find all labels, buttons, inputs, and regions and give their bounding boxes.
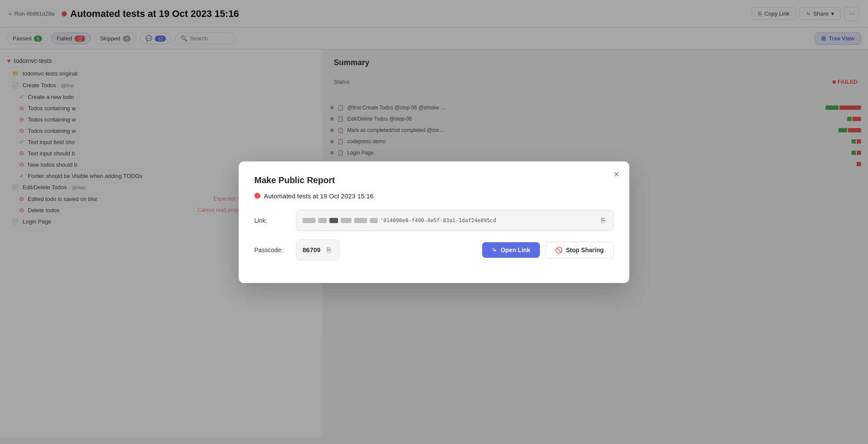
link-visual: '814098e8-f490-4e5f-83a1-1daf24e895cd <box>302 217 596 224</box>
modal-actions: ⤷ Open Link 🚫 Stop Sharing <box>482 242 614 258</box>
report-status-dot <box>254 193 260 199</box>
modal-overlay[interactable]: ✕ Make Public Report Automated tests at … <box>0 0 868 437</box>
stop-sharing-button[interactable]: 🚫 Stop Sharing <box>545 242 614 258</box>
link-row: Link: '814098e8-f490-4e5f-83a1-1daf24e89… <box>254 210 614 231</box>
stop-icon: 🚫 <box>555 247 562 253</box>
share-icon: ⤷ <box>492 247 497 253</box>
link-suffix: '814098e8-f490-4e5f-83a1-1daf24e895cd <box>380 217 496 224</box>
passcode-box: 86709 ⎘ <box>296 240 339 260</box>
copy-link-icon-button[interactable]: ⎘ <box>599 215 607 226</box>
passcode-value: 86709 <box>302 246 321 253</box>
modal-title: Make Public Report <box>254 175 614 185</box>
link-box: '814098e8-f490-4e5f-83a1-1daf24e895cd ⎘ <box>296 210 614 231</box>
modal-close-button[interactable]: ✕ <box>610 168 622 181</box>
passcode-label: Passcode: <box>254 247 289 253</box>
open-link-button[interactable]: ⤷ Open Link <box>482 242 539 258</box>
copy-passcode-button[interactable]: ⎘ <box>325 244 333 256</box>
link-label: Link: <box>254 217 289 224</box>
modal-dialog: ✕ Make Public Report Automated tests at … <box>239 161 629 283</box>
modal-report-name: Automated tests at 19 Oct 2023 15:16 <box>254 192 614 200</box>
passcode-row: Passcode: 86709 ⎘ ⤷ Open Link 🚫 Stop Sha… <box>254 240 614 260</box>
